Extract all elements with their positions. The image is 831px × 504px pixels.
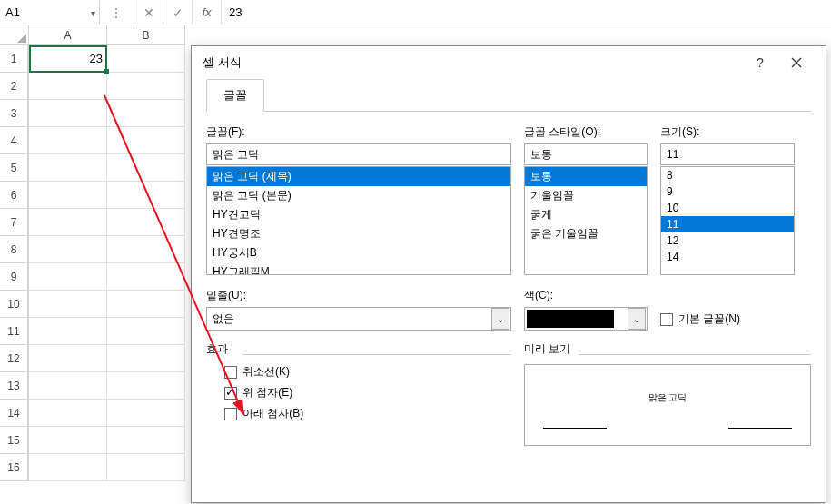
underline-value: 없음 (213, 311, 234, 327)
cell[interactable] (107, 127, 185, 154)
cell[interactable] (107, 236, 185, 263)
chevron-down-icon[interactable]: ▾ (91, 7, 95, 17)
list-item[interactable]: 10 (661, 200, 794, 216)
formula-input[interactable]: 23 (222, 0, 831, 25)
cell[interactable] (107, 154, 185, 182)
row-header[interactable]: 13 (0, 372, 28, 400)
subscript-checkbox[interactable]: 아래 첨자(B) (224, 406, 511, 421)
cell[interactable] (107, 182, 185, 209)
cell[interactable] (29, 263, 107, 291)
cell[interactable] (29, 427, 107, 454)
font-input[interactable] (206, 143, 511, 165)
row-header[interactable]: 6 (0, 182, 28, 209)
row-header[interactable]: 3 (0, 100, 28, 127)
cell[interactable] (29, 100, 107, 127)
font-listbox[interactable]: 맑은 고딕 (제목) 맑은 고딕 (본문) HY견고딕 HY견명조 HY궁서B … (206, 166, 511, 275)
cell[interactable] (29, 291, 107, 318)
underline-select[interactable]: 없음 ⌄ (206, 307, 511, 331)
row-header[interactable]: 12 (0, 345, 28, 372)
name-box[interactable]: ▾ (0, 0, 100, 25)
effects-label: 효과 (206, 341, 511, 357)
formula-bar-options[interactable]: ⋮ (100, 0, 134, 25)
dialog-title: 셀 서식 (203, 54, 242, 71)
help-icon[interactable]: ? (742, 46, 778, 79)
row-header[interactable]: 16 (0, 454, 28, 481)
column-header[interactable]: A (29, 25, 107, 44)
size-listbox[interactable]: 8 9 10 11 12 14 (660, 166, 795, 275)
list-item[interactable]: 12 (661, 232, 794, 249)
row-header[interactable]: 14 (0, 400, 28, 427)
cell[interactable] (29, 454, 107, 481)
cell[interactable] (29, 182, 107, 209)
cell[interactable] (29, 400, 107, 427)
name-box-input[interactable] (5, 5, 78, 19)
row-header[interactable]: 7 (0, 209, 28, 236)
cell-a1[interactable]: 23 (29, 45, 107, 73)
cell[interactable] (107, 345, 185, 372)
cell[interactable] (107, 400, 185, 427)
row-header[interactable]: 1 (0, 45, 28, 73)
fill-handle[interactable] (104, 69, 109, 74)
cell[interactable] (29, 372, 107, 400)
cell[interactable] (107, 263, 185, 291)
list-item[interactable]: 맑은 고딕 (본문) (207, 186, 510, 205)
style-listbox[interactable]: 보통 기울임꼴 굵게 굵은 기울임꼴 (524, 166, 648, 275)
checkbox-icon (660, 313, 673, 326)
row-header[interactable]: 10 (0, 291, 28, 318)
dialog-titlebar[interactable]: 셀 서식 ? (192, 46, 826, 79)
cancel-icon[interactable]: ✕ (134, 0, 163, 25)
list-item[interactable]: 11 (661, 216, 794, 232)
row-header[interactable]: 2 (0, 73, 28, 100)
list-item[interactable]: 굵은 기울임꼴 (525, 224, 647, 243)
column-header[interactable]: B (107, 25, 185, 44)
cell[interactable] (107, 454, 185, 481)
cell[interactable] (107, 100, 185, 127)
cell[interactable] (107, 73, 185, 100)
cell[interactable] (29, 127, 107, 154)
cell[interactable] (107, 427, 185, 454)
cell[interactable] (29, 209, 107, 236)
list-item[interactable]: 맑은 고딕 (제목) (207, 167, 510, 186)
row-header[interactable]: 8 (0, 236, 28, 263)
row-header[interactable]: 4 (0, 127, 28, 154)
list-item[interactable]: 14 (661, 249, 794, 265)
list-item[interactable]: HY견명조 (207, 224, 510, 243)
cell[interactable] (107, 318, 185, 345)
font-label: 글꼴(F): (206, 124, 511, 140)
strikethrough-checkbox[interactable]: 취소선(K) (224, 364, 511, 380)
superscript-checkbox[interactable]: 위 첨자(E) (224, 385, 511, 400)
row-header[interactable]: 5 (0, 154, 28, 182)
row-header[interactable]: 15 (0, 427, 28, 454)
cell[interactable] (29, 236, 107, 263)
list-item[interactable]: 굵게 (525, 205, 647, 224)
style-input[interactable] (524, 143, 648, 165)
cell[interactable] (29, 345, 107, 372)
cell[interactable] (107, 209, 185, 236)
preview-label: 미리 보기 (524, 341, 811, 357)
tab-font[interactable]: 글꼴 (206, 79, 264, 112)
chevron-down-icon[interactable]: ⌄ (628, 308, 646, 330)
list-item[interactable]: 기울임꼴 (525, 186, 647, 205)
cell[interactable] (107, 291, 185, 318)
enter-icon[interactable]: ✓ (163, 0, 193, 25)
cell[interactable] (107, 372, 185, 400)
default-font-checkbox[interactable]: 기본 글꼴(N) (660, 308, 740, 331)
select-all-corner[interactable] (0, 25, 29, 45)
cell[interactable] (29, 318, 107, 345)
cell[interactable] (29, 73, 107, 100)
chevron-down-icon[interactable]: ⌄ (491, 308, 509, 330)
color-select[interactable]: ⌄ (524, 307, 648, 331)
list-item[interactable]: HY견고딕 (207, 205, 510, 224)
row-header[interactable]: 11 (0, 318, 28, 345)
list-item[interactable]: 보통 (525, 167, 647, 186)
close-icon[interactable] (778, 46, 815, 79)
list-item[interactable]: 9 (661, 183, 794, 200)
cell[interactable] (29, 154, 107, 182)
list-item[interactable]: HY궁서B (207, 243, 510, 262)
fx-icon[interactable]: fx (193, 0, 222, 25)
size-input[interactable] (660, 143, 795, 165)
list-item[interactable]: HY그래픽M (207, 262, 510, 275)
list-item[interactable]: 8 (661, 167, 794, 183)
cell[interactable] (107, 45, 185, 73)
row-header[interactable]: 9 (0, 263, 28, 291)
